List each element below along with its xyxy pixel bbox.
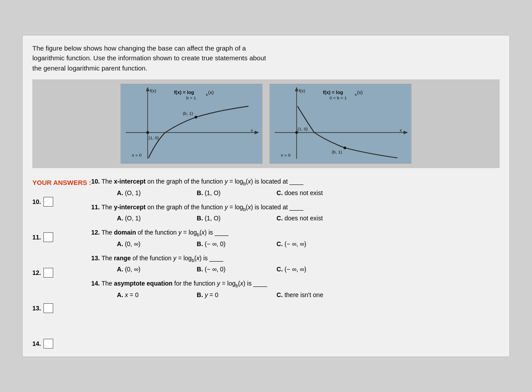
answers-section: YOUR ANSWERS : 10. 11. 12. 13. 14.: [32, 177, 500, 349]
intro-line3: the general logarithmic parent function.: [32, 64, 147, 72]
svg-text:(b, 1): (b, 1): [183, 111, 193, 116]
answer-box-12[interactable]: [43, 268, 53, 278]
graph-right: f(x) = log b (x) 0 < b < 1 f(x) x (b, 1)…: [270, 84, 411, 164]
answer-box-11[interactable]: [43, 232, 53, 242]
graph-left: f(x) = log b (x) b > 1 f(x) x (b, 1) (1,…: [121, 84, 262, 164]
svg-text:f(x) = log: f(x) = log: [174, 90, 194, 95]
q11-option-c[interactable]: C. does not exist: [277, 215, 330, 222]
answer-row-12: 12.: [32, 268, 91, 278]
q12-text: 12. The domain of the function y = logb(…: [91, 228, 500, 239]
q14-options: A. x = 0 B. y = 0 C. there isn't one: [117, 291, 500, 298]
graphs-container: f(x) = log b (x) b > 1 f(x) x (b, 1) (1,…: [32, 79, 500, 168]
q10-options: A. (O, 1) B. (1, O) C. does not exist: [117, 189, 500, 196]
q14-label: 14.: [32, 340, 41, 347]
answer-box-14[interactable]: [43, 339, 53, 349]
svg-point-31: [295, 131, 298, 134]
question-11: 11. The y-intercept on the graph of the …: [91, 203, 500, 222]
q13-options: A. (0, ∞) B. (− ∞, 0) C. (− ∞, ∞): [117, 266, 500, 273]
q11-text: 11. The y-intercept on the graph of the …: [91, 203, 500, 213]
svg-text:0 < b < 1: 0 < b < 1: [329, 95, 347, 100]
svg-point-29: [344, 147, 346, 149]
answer-row-10: 10.: [32, 197, 91, 207]
answer-box-13[interactable]: [43, 303, 53, 313]
svg-text:f(x): f(x): [150, 88, 156, 93]
svg-text:x: x: [400, 128, 402, 133]
svg-text:x: x: [251, 128, 253, 133]
q13-label: 13.: [32, 305, 41, 312]
q11-options: A. (O, 1) B. (1, O) C. does not exist: [117, 215, 500, 222]
q13-option-a[interactable]: A. (0, ∞): [117, 266, 170, 273]
answers-label-col: YOUR ANSWERS : 10. 11. 12. 13. 14.: [32, 177, 91, 349]
q10-option-b[interactable]: B. (1, O): [197, 189, 250, 196]
answer-row-14: 14.: [32, 339, 91, 349]
q13-text: 13. The range of the function y = logb(x…: [91, 254, 500, 264]
graph-left-svg: f(x) = log b (x) b > 1 f(x) x (b, 1) (1,…: [121, 84, 262, 163]
q11-option-b[interactable]: B. (1, O): [197, 215, 250, 222]
svg-text:f(x): f(x): [299, 88, 305, 93]
q12-option-b[interactable]: B. (− ∞, 0): [197, 240, 250, 247]
question-10: 10. The x-intercept on the graph of the …: [91, 177, 500, 196]
svg-point-14: [146, 131, 149, 134]
svg-text:(x): (x): [208, 90, 214, 95]
q10-option-a[interactable]: A. (O, 1): [117, 189, 170, 196]
main-card: The figure below shows how changing the …: [22, 35, 510, 357]
q11-option-a[interactable]: A. (O, 1): [117, 215, 170, 222]
intro-line1: The figure below shows how changing the …: [32, 44, 246, 52]
questions-area: 10. The x-intercept on the graph of the …: [91, 177, 500, 349]
q14-option-b[interactable]: B. y = 0: [197, 291, 250, 298]
q13-option-c[interactable]: C. (− ∞, ∞): [277, 266, 330, 273]
q10-text: 10. The x-intercept on the graph of the …: [91, 177, 500, 188]
svg-text:(x): (x): [357, 90, 363, 95]
q10-option-c[interactable]: C. does not exist: [277, 189, 330, 196]
q14-option-c-text: there isn't one: [285, 291, 324, 298]
intro-line2: logarithmic function. Use the informatio…: [32, 54, 266, 62]
q14-option-a[interactable]: A. x = 0: [117, 291, 170, 298]
graph-right-svg: f(x) = log b (x) 0 < b < 1 f(x) x (b, 1)…: [270, 84, 411, 163]
q12-option-a[interactable]: A. (0, ∞): [117, 240, 170, 247]
q13-option-b[interactable]: B. (− ∞, 0): [197, 266, 250, 273]
svg-text:(1, 0): (1, 0): [297, 126, 308, 131]
answers-label: YOUR ANSWERS :: [32, 179, 91, 186]
answer-box-10[interactable]: [43, 197, 53, 207]
question-14: 14. The asymptote equation for the funct…: [91, 279, 500, 298]
svg-text:f(x) = log: f(x) = log: [323, 90, 343, 95]
svg-text:x = 0: x = 0: [281, 153, 291, 157]
svg-text:x = 0: x = 0: [132, 153, 142, 157]
svg-text:(b, 1): (b, 1): [332, 149, 342, 154]
svg-text:(1, 0): (1, 0): [149, 135, 159, 140]
q12-option-c[interactable]: C. (− ∞, ∞): [277, 240, 330, 247]
svg-point-12: [195, 116, 197, 118]
answer-row-11: 11.: [32, 232, 91, 242]
intro-paragraph: The figure below shows how changing the …: [32, 43, 500, 74]
question-13: 13. The range of the function y = logb(x…: [91, 254, 500, 273]
q12-options: A. (0, ∞) B. (− ∞, 0) C. (− ∞, ∞): [117, 240, 500, 247]
q14-option-c[interactable]: C. there isn't one: [277, 291, 330, 298]
q14-text: 14. The asymptote equation for the funct…: [91, 279, 500, 290]
svg-text:b > 1: b > 1: [186, 95, 196, 100]
q11-label: 11.: [32, 234, 41, 241]
q10-label: 10.: [32, 198, 41, 205]
question-12: 12. The domain of the function y = logb(…: [91, 228, 500, 247]
answer-row-13: 13.: [32, 303, 91, 313]
q12-label: 12.: [32, 269, 41, 276]
